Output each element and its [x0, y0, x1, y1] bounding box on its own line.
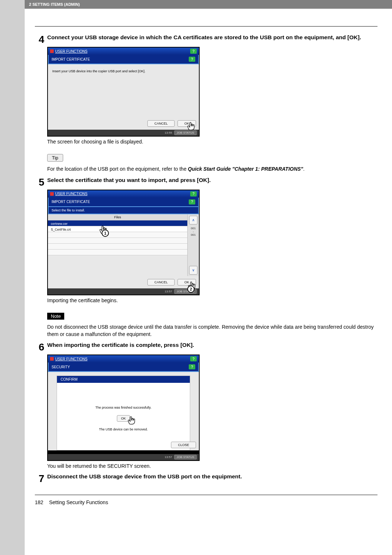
file-row-empty	[48, 244, 187, 250]
file-row[interactable]: certnew.cer	[48, 220, 187, 226]
help-icon[interactable]: ?	[190, 191, 197, 197]
page-indicator: 001 - 001	[188, 226, 199, 264]
step-title: Disconnect the USB storage device from t…	[47, 473, 377, 484]
step-title: Select the certificate that you want to …	[47, 177, 377, 187]
scroll-down-button[interactable]: ∨	[189, 266, 197, 275]
step5-caption: Importing the certificate begins.	[47, 297, 377, 304]
step-title: When importing the certificate is comple…	[47, 341, 377, 352]
file-row-empty	[48, 250, 187, 255]
status-icon	[50, 192, 54, 196]
button-row: CANCEL OK 2	[48, 276, 199, 288]
close-button[interactable]: CLOSE	[171, 442, 196, 448]
page-current: 001	[188, 227, 199, 230]
ds-footer: 13:57JOB STATUS	[48, 288, 199, 295]
page-total: 001	[188, 233, 199, 236]
ds-footer: 13:55JOB STATUS	[48, 130, 199, 136]
page-sidebar	[0, 0, 25, 555]
pointer-icon	[127, 416, 136, 425]
instruction-text: Insert your USB device into the copier U…	[52, 68, 195, 74]
step4-caption: The screen for choosing a file is displa…	[47, 138, 377, 145]
ds-titlebar: USER FUNCTIONS ?	[48, 355, 199, 362]
help-icon[interactable]: ?	[190, 49, 197, 54]
tip-text: For the location of the USB port on the …	[47, 165, 377, 173]
help-icon[interactable]: ?	[189, 199, 195, 204]
file-row-empty	[48, 238, 187, 244]
note-text: Do not disconnect the USB storage device…	[47, 323, 377, 338]
ds-footer: 13:57JOB STATUS	[48, 454, 199, 460]
ds-breadcrumb: IMPORT CERTIFICATE ?	[48, 198, 199, 207]
step-4: 4 Connect your USB storage device in whi…	[35, 34, 377, 45]
ds-title: USER FUNCTIONS	[55, 192, 87, 196]
status-icon	[50, 357, 54, 361]
ds-body: Insert your USB device into the copier U…	[48, 64, 199, 130]
screenshot-step6: USER FUNCTIONS ? SECURITY ? CONFIRM The …	[47, 355, 377, 461]
file-list-scroll: ∧ 001 - 001 ∨	[187, 214, 199, 276]
page-sep: -	[188, 230, 199, 233]
ds-instruction-bar: Select the file to install.	[48, 207, 199, 214]
ds-breadcrumb: SECURITY ?	[48, 362, 199, 372]
step-7: 7 Disconnect the USB storage device from…	[35, 473, 377, 484]
tip-label: Tip	[47, 154, 63, 162]
cancel-button[interactable]: CANCEL	[147, 120, 175, 127]
button-row: CLOSE	[171, 442, 196, 448]
breadcrumb-text: IMPORT CERTIFICATE	[52, 57, 90, 61]
page-footer: 182 Setting Security Functions	[25, 499, 392, 505]
page-content: 4 Connect your USB storage device in whi…	[25, 26, 392, 495]
section-header-text: 2 SETTING ITEMS (ADMIN)	[29, 2, 80, 7]
ds-breadcrumb: IMPORT CERTIFICATE ?	[48, 55, 199, 64]
job-status-button[interactable]: JOB STATUS	[174, 455, 197, 459]
ds-body: CONFIRM The process was finished success…	[48, 372, 199, 450]
ds-time: 13:57	[165, 290, 172, 293]
breadcrumb-text: SECURITY	[52, 365, 70, 369]
section-header: 2 SETTING ITEMS (ADMIN)	[25, 0, 392, 9]
ds-body-filelist: Files certnew.cer S_CertFile.crt ∧ 001 -	[48, 214, 199, 276]
ds-titlebar: USER FUNCTIONS ?	[48, 48, 199, 55]
top-rule	[35, 26, 377, 27]
callout-badge: 1	[102, 230, 109, 237]
confirm-dialog: CONFIRM The process was finished success…	[57, 376, 190, 450]
confirm-message: The process was finished successfully.	[95, 406, 151, 409]
step-number: 5	[35, 177, 47, 187]
note-label: Note	[47, 313, 64, 320]
page-number: 182	[35, 499, 43, 505]
screenshot-step5: USER FUNCTIONS ? IMPORT CERTIFICATE ? Se…	[47, 190, 377, 295]
breadcrumb-text: IMPORT CERTIFICATE	[52, 200, 90, 204]
callout-badge: 2	[187, 285, 195, 293]
ds-title: USER FUNCTIONS	[55, 357, 87, 361]
tip-reference: Quick Start Guide "Chapter 1: PREPARATIO…	[188, 166, 303, 172]
step6-caption: You will be returned to the SECURITY scr…	[47, 462, 377, 470]
screenshot-step4: USER FUNCTIONS ? IMPORT CERTIFICATE ? In…	[47, 47, 377, 137]
bottom-rule	[35, 495, 377, 495]
step-number: 6	[35, 341, 47, 352]
tip-text-part2: .	[303, 166, 305, 172]
status-icon	[50, 49, 54, 53]
step-number: 7	[35, 473, 47, 484]
step-6: 6 When importing the certificate is comp…	[35, 341, 377, 352]
ds-time: 13:57	[165, 455, 172, 459]
confirm-note: The USB device can be removed.	[99, 428, 148, 431]
file-row-empty	[48, 232, 187, 238]
files-header: Files	[48, 214, 187, 220]
file-list-column: Files certnew.cer S_CertFile.crt	[48, 214, 187, 276]
confirm-content: The process was finished successfully. O…	[57, 383, 190, 450]
manual-page: 2 SETTING ITEMS (ADMIN) 4 Connect your U…	[0, 0, 392, 555]
step-title: Connect your USB storage device in which…	[47, 34, 377, 45]
device-screen-3: USER FUNCTIONS ? SECURITY ? CONFIRM The …	[47, 355, 200, 461]
ds-time: 13:55	[165, 131, 172, 134]
device-screen-2: USER FUNCTIONS ? IMPORT CERTIFICATE ? Se…	[47, 190, 200, 295]
help-icon[interactable]: ?	[190, 356, 197, 361]
pointer-icon	[187, 122, 196, 131]
step-5: 5 Select the certificate that you want t…	[35, 177, 377, 187]
file-row[interactable]: S_CertFile.crt	[48, 226, 187, 232]
ds-titlebar: USER FUNCTIONS ?	[48, 190, 199, 198]
cancel-button[interactable]: CANCEL	[147, 279, 175, 285]
help-icon[interactable]: ?	[189, 364, 195, 369]
tip-text-part1: For the location of the USB port on the …	[47, 166, 188, 172]
help-icon[interactable]: ?	[189, 57, 195, 62]
confirm-header: CONFIRM	[57, 376, 190, 383]
ds-title: USER FUNCTIONS	[55, 49, 87, 53]
footer-title: Setting Security Functions	[49, 499, 108, 505]
device-screen-1: USER FUNCTIONS ? IMPORT CERTIFICATE ? In…	[47, 47, 200, 137]
step-number: 4	[35, 34, 47, 45]
scroll-up-button[interactable]: ∧	[189, 216, 197, 224]
